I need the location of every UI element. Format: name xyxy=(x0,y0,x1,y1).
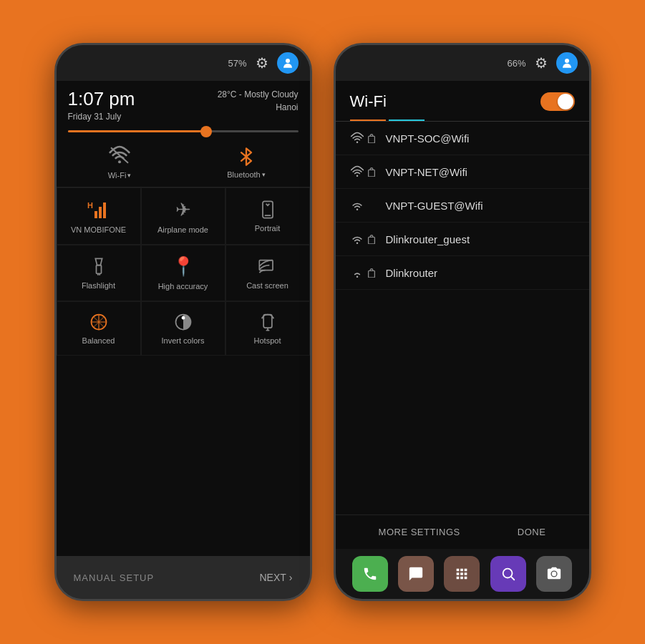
wifi-toggle-switch[interactable] xyxy=(540,92,575,111)
tile-portrait-label: Portrait xyxy=(255,224,280,233)
svg-point-0 xyxy=(286,59,290,63)
tile-cast-screen[interactable]: Cast screen xyxy=(225,245,310,301)
svg-rect-4 xyxy=(94,211,97,218)
tile-flashlight[interactable]: Flashlight xyxy=(57,245,141,301)
location-icon: 📍 xyxy=(172,255,195,278)
svg-point-19 xyxy=(356,209,358,211)
wifi-network-item[interactable]: VNPT-SOC@Wifi xyxy=(336,122,589,155)
bluetooth-toggle-label: Bluetooth ▾ xyxy=(227,170,265,179)
tile-high-accuracy[interactable]: 📍 High accuracy xyxy=(141,245,225,301)
tile-invert-colors-label: Invert colors xyxy=(162,336,205,345)
network-name: VNPT-GUEST@Wifi xyxy=(386,200,483,212)
dock-search-icon[interactable] xyxy=(490,556,526,592)
next-button[interactable]: NEXT › xyxy=(259,572,292,583)
svg-rect-21 xyxy=(368,237,374,244)
wifi-network-list: VNPT-SOC@Wifi xyxy=(336,122,589,514)
tab-wifi[interactable] xyxy=(350,115,386,121)
brightness-slider[interactable] xyxy=(57,125,310,138)
network-name: VNPT-NET@Wifi xyxy=(386,166,467,178)
wifi-signal-icons xyxy=(350,233,376,245)
quick-toggles-row: Wi-Fi ▾ Bluetooth ▾ xyxy=(57,138,310,187)
tile-airplane-label: Airplane mode xyxy=(157,225,208,234)
wifi-title: Wi-Fi xyxy=(350,92,387,111)
brightness-thumb xyxy=(200,126,212,137)
wifi-signal-icons xyxy=(350,165,376,178)
svg-text:H: H xyxy=(87,201,93,210)
datetime-block: 1:07 pm Friday 31 July xyxy=(68,88,135,122)
tile-airplane-mode[interactable]: ✈ Airplane mode xyxy=(141,187,225,245)
bluetooth-toggle[interactable]: Bluetooth ▾ xyxy=(210,146,282,179)
wifi-signal-icons xyxy=(350,199,376,212)
tile-high-accuracy-label: High accuracy xyxy=(158,282,208,291)
right-phone-dock xyxy=(336,549,589,599)
right-phone: 66% ⚙ Wi-Fi xyxy=(334,43,591,601)
wifi-header: Wi-Fi xyxy=(336,81,589,111)
right-gear-icon[interactable]: ⚙ xyxy=(535,54,548,72)
tile-flashlight-label: Flashlight xyxy=(82,281,115,290)
datetime-weather-row: 1:07 pm Friday 31 July 28°C - Mostly Clo… xyxy=(57,81,310,125)
wifi-toggle[interactable]: Wi-Fi ▾ xyxy=(84,145,155,180)
tile-balanced[interactable]: Balanced xyxy=(57,301,141,356)
airplane-icon: ✈ xyxy=(175,199,191,221)
gear-icon[interactable]: ⚙ xyxy=(256,54,268,72)
tile-hotspot-label: Hotspot xyxy=(254,336,281,345)
avatar[interactable] xyxy=(277,52,299,74)
tile-vn-mobifone[interactable]: H VN MOBIFONE xyxy=(57,187,141,245)
tile-portrait[interactable]: Portrait xyxy=(225,187,310,245)
wifi-toggle-knob xyxy=(558,94,573,109)
svg-point-14 xyxy=(565,59,569,63)
current-time: 1:07 pm xyxy=(68,88,135,110)
phones-container: 57% ⚙ 1:07 pm Friday 31 July 28°C - Most… xyxy=(54,43,591,601)
wifi-network-item[interactable]: VNPT-NET@Wifi xyxy=(336,155,589,189)
tile-cast-screen-label: Cast screen xyxy=(246,281,288,290)
tile-hotspot[interactable]: Hotspot xyxy=(225,301,310,356)
tile-invert-colors[interactable]: Invert colors xyxy=(141,301,225,356)
wifi-signal-icons xyxy=(350,132,376,145)
weather-city: Hanoi xyxy=(218,101,299,114)
svg-rect-16 xyxy=(368,136,374,143)
wifi-network-item[interactable]: Dlinkrouter_guest xyxy=(336,223,589,256)
manual-setup-text[interactable]: MANUAL SETUP xyxy=(74,572,155,583)
svg-rect-18 xyxy=(368,170,374,177)
quick-tiles-grid: H VN MOBIFONE ✈ Airplane mode xyxy=(57,187,310,356)
wifi-toggle-label: Wi-Fi ▾ xyxy=(108,171,132,180)
left-phone-bottom-bar: MANUAL SETUP NEXT › xyxy=(57,556,310,599)
tile-balanced-label: Balanced xyxy=(82,336,115,345)
brightness-fill xyxy=(68,130,206,132)
left-phone-content: 1:07 pm Friday 31 July 28°C - Mostly Clo… xyxy=(57,81,310,556)
left-phone: 57% ⚙ 1:07 pm Friday 31 July 28°C - Most… xyxy=(54,43,312,601)
network-name: Dlinkrouter_guest xyxy=(386,233,470,245)
svg-point-20 xyxy=(356,243,358,245)
svg-point-22 xyxy=(356,276,358,278)
done-button[interactable]: DONE xyxy=(518,527,546,537)
wifi-signal-icons xyxy=(350,266,376,279)
wifi-footer: MORE SETTINGS DONE xyxy=(336,514,589,549)
dock-camera-icon[interactable] xyxy=(536,556,572,592)
svg-rect-13 xyxy=(263,315,272,328)
svg-rect-23 xyxy=(368,270,374,278)
weather-block: 28°C - Mostly Cloudy Hanoi xyxy=(218,88,299,114)
left-phone-top-bar: 57% ⚙ xyxy=(57,45,310,81)
svg-rect-6 xyxy=(103,203,106,218)
wifi-network-item[interactable]: VNPT-GUEST@Wifi xyxy=(336,189,589,223)
tab-secondary[interactable] xyxy=(389,115,425,121)
svg-rect-5 xyxy=(99,207,102,218)
battery-percentage: 57% xyxy=(228,58,246,69)
svg-point-17 xyxy=(356,175,358,177)
dock-apps-icon[interactable] xyxy=(444,556,480,592)
network-name: Dlinkrouter xyxy=(386,267,438,279)
wifi-network-item[interactable]: Dlinkrouter xyxy=(336,256,589,290)
svg-point-15 xyxy=(356,142,358,144)
wifi-tabs xyxy=(336,115,589,122)
right-battery-percentage: 66% xyxy=(507,58,525,69)
svg-point-1 xyxy=(118,160,121,163)
more-settings-button[interactable]: MORE SETTINGS xyxy=(379,527,460,537)
current-date: Friday 31 July xyxy=(68,112,135,122)
right-avatar[interactable] xyxy=(556,52,578,74)
right-phone-content: Wi-Fi xyxy=(336,81,589,549)
svg-point-25 xyxy=(552,572,556,576)
network-name: VNPT-SOC@Wifi xyxy=(386,132,470,145)
dock-messages-icon[interactable] xyxy=(398,556,434,592)
tile-vn-mobifone-label: VN MOBIFONE xyxy=(71,225,126,234)
dock-phone-icon[interactable] xyxy=(352,556,388,592)
